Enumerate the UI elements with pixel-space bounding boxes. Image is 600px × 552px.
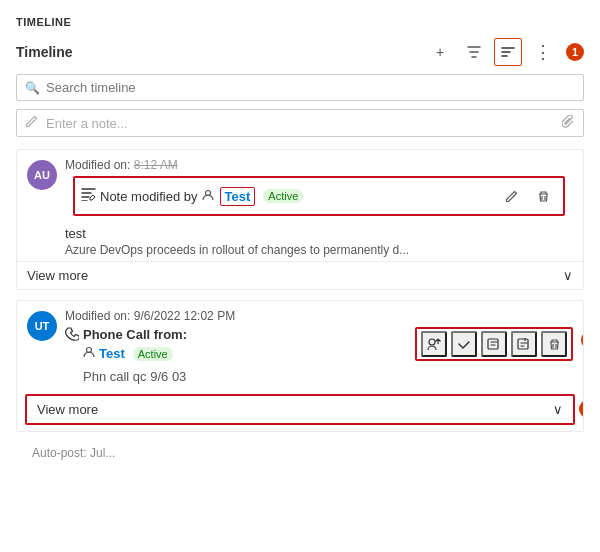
phone-user-icon <box>83 346 95 361</box>
chevron-1: ∨ <box>563 268 573 283</box>
pencil-icon <box>25 115 38 131</box>
note-modified-text: Note modified by <box>100 189 198 204</box>
timeline-label: Timeline <box>16 44 73 60</box>
badge-5: 5 <box>579 400 584 418</box>
more-button[interactable]: ⋮ <box>528 38 556 66</box>
note-modified-icon <box>81 188 96 204</box>
attach-icon <box>562 115 575 131</box>
add-button[interactable]: + <box>426 38 454 66</box>
delete-button-2[interactable] <box>541 331 567 357</box>
svg-point-2 <box>429 339 435 345</box>
timeline-entry-1: AU Modified on: 8:12 AM <box>16 149 584 290</box>
delete-button-1[interactable] <box>529 182 557 210</box>
phone-sub-row: Test Active <box>65 346 411 361</box>
view-more-1[interactable]: View more ∨ <box>17 261 583 289</box>
entry-1-top-row: Modified on: 8:12 AM <box>65 158 573 222</box>
edit-button-1[interactable] <box>497 182 525 210</box>
phone-call-text: Phone Call from: <box>83 327 187 342</box>
entry-2-preview: Phn call qc 9/6 03 <box>65 365 573 388</box>
complete-button[interactable] <box>451 331 477 357</box>
phone-call-row: Phone Call from: <box>65 327 411 344</box>
note-user-icon <box>202 189 214 204</box>
entry-2-header: UT Modified on: 9/6/2022 12:02 PM <box>17 301 583 392</box>
view-more-2[interactable]: View more ∨ <box>25 394 575 425</box>
svg-rect-4 <box>518 339 528 349</box>
active-badge-2: Active <box>133 347 173 361</box>
modified-time-2: 9/6/2022 12:02 PM <box>134 309 235 323</box>
search-input[interactable] <box>46 80 575 95</box>
open-record-button[interactable] <box>481 331 507 357</box>
modified-time-1: 8:12 AM <box>134 158 178 172</box>
note-placeholder-text: Enter a note... <box>46 116 562 131</box>
search-bar: 🔍 <box>16 74 584 101</box>
entry-1-body: test Azure DevOps proceeds in rollout of… <box>17 226 583 261</box>
header-actions: + ⋮ 1 <box>426 38 584 66</box>
badge-4: 4 <box>581 331 584 349</box>
note-modified-row: Note modified by Test Active <box>73 176 565 216</box>
badge-1: 1 <box>566 43 584 61</box>
entry-1-header: AU Modified on: 8:12 AM <box>17 150 583 226</box>
badge-3: 3 <box>583 204 584 222</box>
entry-1-actions <box>497 182 557 210</box>
entry-1-modified-on: Modified on: 8:12 AM <box>65 158 573 172</box>
entry-1-preview: Azure DevOps proceeds in rollout of chan… <box>65 243 573 257</box>
assign-button[interactable] <box>421 331 447 357</box>
sort-button[interactable] <box>494 38 522 66</box>
entry-1-meta: Modified on: 8:12 AM <box>65 158 573 222</box>
note-input-bar[interactable]: Enter a note... <box>16 109 584 137</box>
svg-rect-3 <box>488 339 498 349</box>
active-badge-1: Active <box>263 189 303 203</box>
auto-post-text: Auto-post: Jul... <box>16 442 584 464</box>
entry-2-meta: Modified on: 9/6/2022 12:02 PM Pho <box>65 309 573 388</box>
entry-2-modified-on: Modified on: 9/6/2022 12:02 PM <box>65 309 573 323</box>
timeline-entry-2: UT Modified on: 9/6/2022 12:02 PM <box>16 300 584 432</box>
timeline-header: Timeline + ⋮ 1 <box>16 38 584 66</box>
phone-action-icons: 4 <box>415 327 573 361</box>
badge-2: 2 <box>583 178 584 196</box>
chevron-2: ∨ <box>553 402 563 417</box>
entry-1-title: test <box>65 226 573 241</box>
avatar-au: AU <box>27 160 57 190</box>
search-icon: 🔍 <box>25 81 40 95</box>
edit-button-2[interactable] <box>511 331 537 357</box>
test-link-1[interactable]: Test <box>220 187 256 206</box>
phone-icon <box>65 327 79 344</box>
filter-button[interactable] <box>460 38 488 66</box>
phone-user-name: Test <box>99 346 125 361</box>
section-title: TIMELINE <box>16 16 584 28</box>
avatar-ut: UT <box>27 311 57 341</box>
